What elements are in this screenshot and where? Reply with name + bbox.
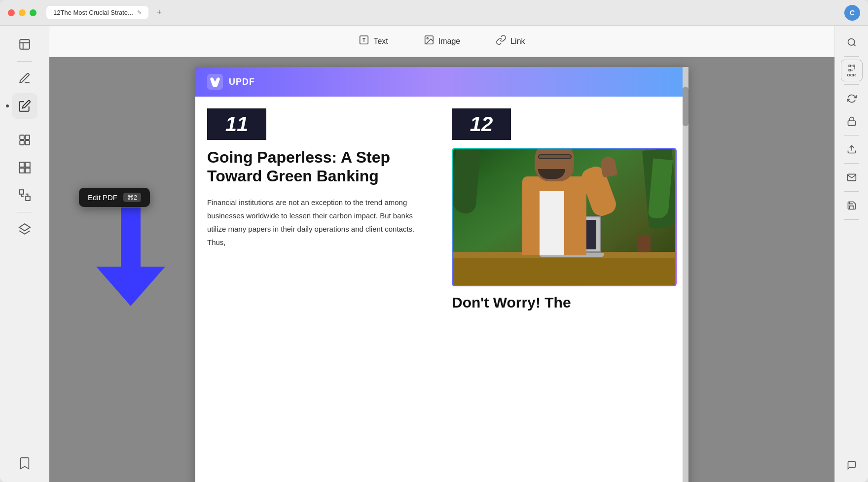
text-tool-label: Text (373, 37, 388, 46)
sidebar-item-convert[interactable] (12, 182, 37, 208)
toolbar-link-item[interactable]: Link (488, 31, 533, 52)
user-avatar[interactable]: C (844, 5, 860, 21)
convert-button[interactable] (841, 88, 863, 109)
right-sep-4 (844, 163, 859, 164)
top-toolbar: Text Image (49, 26, 834, 57)
arrow-pointer (91, 203, 190, 311)
protect-button[interactable] (841, 110, 863, 132)
sidebar-item-edit-pdf[interactable] (12, 93, 37, 119)
svg-point-18 (427, 37, 428, 39)
right-sep-5 (844, 191, 859, 192)
left-sidebar (0, 26, 49, 482)
image-inner (453, 149, 675, 285)
svg-rect-24 (849, 65, 850, 67)
svg-rect-6 (25, 140, 30, 145)
right-sidebar: OCR (834, 26, 868, 482)
svg-rect-3 (20, 135, 24, 139)
right-sep-6 (844, 219, 859, 220)
pdf-header: UPDF (195, 67, 688, 97)
app-window: 12The Most Crucial Strate... ✎ + C (0, 0, 868, 482)
tooltip-label: Edit PDF (88, 193, 117, 202)
section-body-left: Financial institutions are not an except… (207, 196, 432, 249)
svg-rect-30 (848, 121, 855, 125)
right-sep-1 (844, 56, 859, 57)
image-tool-label: Image (438, 37, 460, 46)
section-number-11: 11 (207, 108, 266, 140)
separator-1 (17, 61, 32, 62)
sidebar-item-bookmark[interactable] (12, 450, 37, 476)
svg-marker-20 (96, 207, 165, 306)
sidebar-item-compress[interactable] (12, 155, 37, 180)
close-button[interactable] (8, 9, 15, 16)
pdf-page: UPDF 11 Going Paperless: A Step Toward G… (195, 67, 688, 482)
svg-rect-8 (25, 162, 30, 167)
svg-rect-25 (853, 65, 854, 67)
svg-line-23 (853, 44, 855, 46)
updf-logo-icon (207, 74, 223, 90)
toolbar-text-item[interactable]: Text (351, 31, 396, 52)
pdf-section-right: 12 (452, 108, 677, 311)
toolbar-image-item[interactable]: Image (416, 31, 468, 52)
tab-label: 12The Most Crucial Strate... (53, 9, 133, 16)
section-title-right: Don't Worry! The (452, 294, 677, 311)
image-frame (452, 148, 677, 286)
svg-rect-9 (19, 168, 24, 173)
sidebar-item-organize[interactable] (12, 127, 37, 153)
pdf-content: 11 Going Paperless: A Step Toward Green … (195, 97, 688, 323)
svg-rect-10 (25, 168, 30, 173)
separator-2 (17, 123, 32, 123)
tab-edit-icon[interactable]: ✎ (137, 9, 142, 16)
svg-rect-4 (25, 135, 30, 139)
pdf-section-left: 11 Going Paperless: A Step Toward Green … (207, 108, 432, 311)
svg-rect-26 (849, 69, 850, 70)
maximize-button[interactable] (30, 9, 36, 16)
content-wrapper: Text Image (49, 26, 834, 482)
sidebar-item-layers[interactable] (12, 216, 37, 242)
right-sep-2 (844, 84, 859, 85)
minimize-button[interactable] (19, 9, 26, 16)
edit-pdf-tooltip: Edit PDF ⌘2 (79, 188, 150, 207)
new-tab-button[interactable]: + (152, 6, 166, 20)
svg-marker-13 (19, 224, 30, 231)
save-button[interactable] (841, 195, 863, 216)
tooltip-shortcut: ⌘2 (123, 193, 141, 202)
section-title-left: Going Paperless: A Step Toward Green Ban… (207, 148, 432, 186)
separator-3 (17, 212, 32, 212)
svg-point-22 (848, 39, 854, 45)
link-tool-icon (496, 34, 506, 48)
section-number-12: 12 (452, 108, 511, 140)
search-button[interactable] (841, 32, 863, 53)
text-tool-icon (359, 34, 369, 48)
share-button[interactable] (841, 138, 863, 160)
main-body: Text Image (0, 26, 868, 482)
ocr-button[interactable]: OCR (841, 60, 863, 81)
traffic-lights (8, 9, 36, 16)
pdf-area[interactable]: Edit PDF ⌘2 (49, 57, 834, 482)
active-tab[interactable]: 12The Most Crucial Strate... ✎ (46, 6, 148, 19)
email-button[interactable] (841, 167, 863, 188)
svg-rect-12 (26, 196, 30, 201)
scrollbar-thumb[interactable] (683, 87, 688, 126)
sidebar-item-pages[interactable] (12, 32, 37, 57)
active-indicator (6, 104, 9, 107)
svg-rect-7 (19, 162, 24, 167)
tab-area: 12The Most Crucial Strate... ✎ + (46, 6, 844, 20)
svg-rect-5 (20, 140, 24, 145)
scrollbar-track[interactable] (683, 67, 688, 482)
titlebar: 12The Most Crucial Strate... ✎ + C (0, 0, 868, 26)
svg-rect-11 (19, 190, 24, 194)
updf-logo-text: UPDF (229, 77, 255, 87)
link-tool-label: Link (510, 37, 525, 46)
sidebar-item-annotate[interactable] (12, 66, 37, 91)
image-tool-icon (424, 34, 434, 48)
svg-rect-0 (20, 39, 30, 49)
right-sep-3 (844, 135, 859, 136)
comment-button[interactable] (841, 454, 863, 476)
ocr-label: OCR (847, 73, 856, 77)
